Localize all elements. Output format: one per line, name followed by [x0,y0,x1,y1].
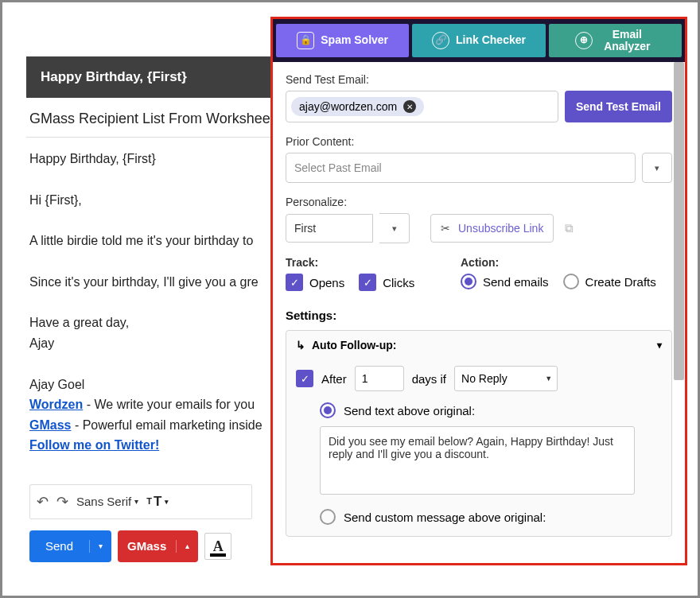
action-label: Action: [461,256,656,269]
copy-icon[interactable]: ⧉ [565,221,574,235]
send-custom-label: Send custom message above original: [344,511,546,524]
reply-icon: ↳ [296,339,305,351]
auto-followup-section: ↳ Auto Follow-up: ▾ ✓ After days if No R… [286,330,672,537]
prior-content-select[interactable]: Select Past Email [286,153,636,183]
unsubscribe-link-button[interactable]: ✂ Unsubscribe Link [430,214,554,243]
tab-spam-label: Spam Solver [321,34,388,46]
tab-link-checker[interactable]: 🔗 Link Checker [412,24,545,57]
chip-text: ajay@wordzen.com [299,100,397,113]
action-drafts-radio[interactable] [563,274,579,289]
font-size-button[interactable]: TT ▾ [146,491,169,512]
send-test-button[interactable]: Send Test Email [565,91,672,122]
text-format-button[interactable]: A [204,533,231,560]
gmass-link[interactable]: GMass [29,418,71,432]
scrollbar[interactable] [674,62,684,380]
email-chip[interactable]: ajay@wordzen.com ✕ [291,97,424,116]
condition-value: No Reply [461,372,508,385]
tab-spam-solver[interactable]: 🔒 Spam Solver [276,24,409,57]
send-text-above-radio[interactable] [320,402,336,418]
prior-content-label: Prior Content: [286,135,672,148]
chip-remove-icon[interactable]: ✕ [403,100,416,113]
chevron-down-icon: ▾ [134,495,138,508]
track-clicks-checkbox[interactable]: ✓ [359,274,376,291]
tab-link-label: Link Checker [456,34,526,46]
gmass-button[interactable]: GMass ▴ [118,530,198,562]
condition-select[interactable]: No Reply [454,366,558,391]
action-drafts-text: Create Drafts [585,275,656,289]
personalize-select[interactable]: First [286,214,373,243]
send-label: Send [29,537,89,556]
auto-followup-header[interactable]: ↳ Auto Follow-up: ▾ [286,331,671,359]
followup-enable-checkbox[interactable]: ✓ [296,370,313,387]
days-input[interactable] [355,366,404,391]
send-button[interactable]: Send ▾ [29,530,111,562]
gmass-tag: - Powerful email marketing inside [71,418,262,432]
gmass-options-dropdown[interactable]: ▴ [176,540,198,553]
followup-message-textarea[interactable]: Did you see my email below? Again, Happy… [320,426,635,495]
tab-analyzer-label: Email Analyzer [599,29,655,53]
unlink-icon: ✂ [441,222,450,235]
gmass-label: GMass [118,537,176,556]
send-options-dropdown[interactable]: ▾ [89,540,111,553]
personalize-label: Personalize: [286,196,672,208]
track-clicks-text: Clicks [383,276,414,289]
format-toolbar[interactable]: ↶ ↷ Sans Serif ▾ TT ▾ [29,484,252,519]
font-select[interactable]: Sans Serif ▾ [76,492,138,511]
redo-icon[interactable]: ↷ [56,491,68,514]
wordzen-tag: - We write your emails for you [83,398,255,411]
tab-email-analyzer[interactable]: ⊕ Email Analyzer [549,24,682,57]
unsubscribe-text: Unsubscribe Link [458,222,543,235]
analyze-icon: ⊕ [575,32,593,49]
font-name: Sans Serif [76,492,131,511]
undo-icon[interactable]: ↶ [37,491,49,514]
chevron-down-icon[interactable]: ▾ [657,340,662,351]
send-custom-radio[interactable] [320,509,336,525]
prior-content-caret[interactable]: ▾ [642,153,672,183]
send-test-input[interactable]: ajay@wordzen.com ✕ [286,91,558,122]
action-send-text: Send emails [483,275,549,289]
track-opens-checkbox[interactable]: ✓ [286,274,303,291]
lock-icon: 🔒 [297,32,314,49]
personalize-caret[interactable]: ▾ [379,213,410,243]
settings-header: Settings: [286,309,672,322]
send-text-above-label: Send text above original: [344,404,475,417]
subject-text: Happy Birthday, {First} [41,69,187,84]
send-test-label: Send Test Email: [286,73,672,86]
track-opens-text: Opens [309,276,344,289]
gmass-settings-panel: 🔒 Spam Solver 🔗 Link Checker ⊕ Email Ana… [270,17,687,565]
wordzen-link[interactable]: Wordzen [29,398,83,411]
track-label: Track: [286,256,429,269]
twitter-link[interactable]: Follow me on Twitter! [29,438,159,452]
link-icon: 🔗 [432,32,449,49]
days-if-text: days if [412,372,446,386]
action-send-radio[interactable] [461,274,476,289]
followup-title: Auto Follow-up: [312,339,397,351]
after-text: After [321,372,347,386]
chevron-down-icon: ▾ [165,496,169,507]
